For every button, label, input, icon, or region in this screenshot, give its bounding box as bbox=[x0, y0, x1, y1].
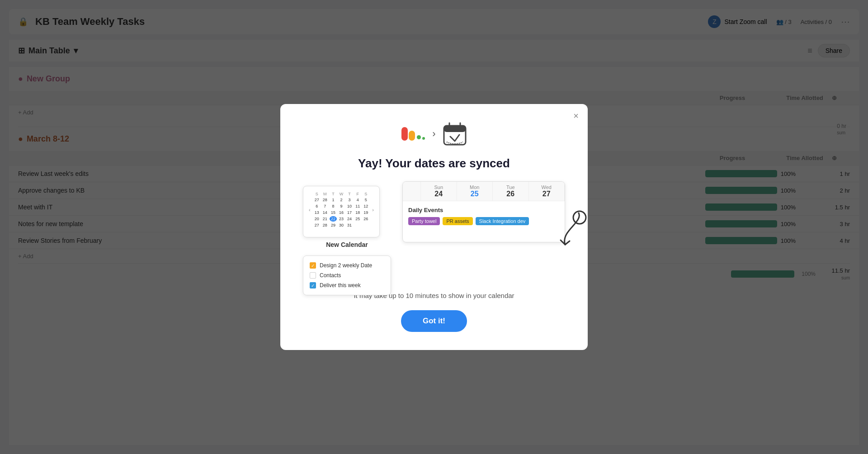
cal-day: 6 bbox=[313, 203, 321, 209]
cal-day: 4 bbox=[354, 197, 361, 203]
sync-success-modal: × › bbox=[280, 104, 588, 350]
mini-calendar-grid: S M T W T F S 27 28 1 2 3 4 bbox=[313, 192, 370, 228]
cal-day: 13 bbox=[313, 210, 321, 215]
cal-day: 19 bbox=[362, 210, 369, 215]
cal-day: 1 bbox=[330, 197, 337, 203]
cal-day: 23 bbox=[338, 216, 345, 222]
cal-day: 30 bbox=[338, 222, 345, 228]
checklist-item-1: ✓ Design 2 weekly Date bbox=[310, 260, 384, 270]
time-col-header bbox=[403, 182, 421, 201]
week-header: Sun 24 Mon 25 Tue 26 Wed bbox=[403, 182, 565, 201]
modal-close-button[interactable]: × bbox=[573, 111, 579, 120]
event-label: Party towel bbox=[412, 218, 436, 224]
calendar-svg-icon bbox=[443, 122, 467, 146]
cal-day: 28 bbox=[321, 197, 329, 203]
cal-day: 3 bbox=[346, 197, 353, 203]
cal-day: 8 bbox=[330, 203, 337, 209]
cal-day: 17 bbox=[346, 210, 353, 215]
cal-day: 29 bbox=[330, 222, 337, 228]
logo-bar-red bbox=[401, 127, 408, 141]
checkbox-2 bbox=[310, 272, 316, 279]
wed-label: Wed bbox=[531, 184, 563, 190]
events-container: Party towel PR assets Slack Integration … bbox=[408, 217, 559, 225]
sun-label: Sun bbox=[423, 184, 455, 190]
checklist-preview: ✓ Design 2 weekly Date Contacts ✓ Delive… bbox=[303, 255, 391, 295]
cal-header-m: M bbox=[321, 192, 329, 196]
cal-day: 7 bbox=[321, 203, 329, 209]
cal-day: 10 bbox=[346, 203, 353, 209]
cal-header-f: F bbox=[354, 192, 361, 196]
cal-day: 9 bbox=[338, 203, 345, 209]
cal-header-s: S bbox=[313, 192, 321, 196]
cal-day: 24 bbox=[346, 216, 353, 222]
svg-rect-1 bbox=[444, 126, 466, 132]
cal-header-s2: S bbox=[362, 192, 369, 196]
tue-number: 26 bbox=[495, 190, 527, 198]
checkbox-3: ✓ bbox=[310, 282, 316, 288]
modal-logo-row: › bbox=[401, 122, 466, 146]
arrow-doodle bbox=[552, 208, 588, 251]
modal-illustration: ‹ S M T W T F S 27 28 1 2 bbox=[303, 181, 565, 281]
cal-header-w: W bbox=[338, 192, 345, 196]
mini-calendar-preview: ‹ S M T W T F S 27 28 1 2 bbox=[303, 186, 380, 237]
cal-header-t: T bbox=[330, 192, 337, 196]
checklist-text-2: Contacts bbox=[320, 272, 341, 279]
wed-header: Wed 27 bbox=[529, 182, 565, 201]
cal-day: 27 bbox=[313, 222, 321, 228]
sync-arrow-icon: › bbox=[432, 128, 435, 140]
event-chip-slack: Slack Integration dev bbox=[476, 217, 529, 225]
cal-day: 12 bbox=[362, 203, 369, 209]
cal-day: 26 bbox=[362, 216, 369, 222]
event-label: PR assets bbox=[446, 218, 469, 224]
checklist-item-2: Contacts bbox=[310, 270, 384, 280]
cal-day: 16 bbox=[338, 210, 345, 215]
mon-label: Mon bbox=[459, 184, 491, 190]
modal-overlay: × › bbox=[0, 0, 868, 454]
mon-header: Mon 25 bbox=[457, 182, 493, 201]
weekly-cal-wrapper: Sun 24 Mon 25 Tue 26 Wed bbox=[402, 181, 565, 242]
left-illustration: ‹ S M T W T F S 27 28 1 2 bbox=[303, 186, 391, 295]
checklist-text-1: Design 2 weekly Date bbox=[320, 262, 372, 269]
cal-day: 25 bbox=[354, 216, 361, 222]
event-chip-party-towel: Party towel bbox=[408, 217, 440, 225]
cal-day: 5 bbox=[362, 197, 369, 203]
logo-dot-2 bbox=[422, 137, 425, 140]
mon-number: 25 bbox=[459, 190, 491, 198]
checklist-item-3: ✓ Deliver this week bbox=[310, 280, 384, 290]
cal-day: 21 bbox=[321, 216, 329, 222]
logo-bar-orange bbox=[409, 131, 415, 141]
event-label: Slack Integration dev bbox=[479, 218, 526, 224]
new-calendar-label: New Calendar bbox=[303, 241, 391, 248]
cal-nav: ‹ S M T W T F S 27 28 1 2 bbox=[309, 192, 374, 228]
cal-day-today: 22 bbox=[330, 216, 337, 222]
cal-day: 20 bbox=[313, 216, 321, 222]
cal-day: 14 bbox=[321, 210, 329, 215]
cal-day: 28 bbox=[321, 222, 329, 228]
tue-header: Tue 26 bbox=[493, 182, 529, 201]
got-it-button[interactable]: Got it! bbox=[401, 310, 467, 332]
weekly-cal-body: Daily Events Party towel PR assets Slack… bbox=[403, 201, 565, 242]
sun-number: 24 bbox=[423, 190, 455, 198]
cal-day: 15 bbox=[330, 210, 337, 215]
logo-dots bbox=[417, 135, 425, 141]
logo-dot-1 bbox=[417, 135, 421, 139]
cal-day: 11 bbox=[354, 203, 361, 209]
modal-title: Yay! Your dates are synced bbox=[358, 156, 510, 170]
sun-header: Sun 24 bbox=[421, 182, 457, 201]
checklist-text-3: Deliver this week bbox=[320, 282, 361, 288]
event-chip-pr-assets: PR assets bbox=[443, 217, 472, 225]
cal-header-t2: T bbox=[346, 192, 353, 196]
checkbox-1: ✓ bbox=[310, 262, 316, 269]
monday-logo bbox=[401, 127, 425, 141]
wed-number: 27 bbox=[531, 190, 563, 198]
weekly-calendar: Sun 24 Mon 25 Tue 26 Wed bbox=[402, 181, 565, 242]
doodle-arrow-svg bbox=[552, 208, 588, 249]
tue-label: Tue bbox=[495, 184, 527, 190]
daily-events-label: Daily Events bbox=[408, 207, 559, 213]
cal-day: 2 bbox=[338, 197, 345, 203]
cal-day: 27 bbox=[313, 197, 321, 203]
cal-day: 31 bbox=[346, 222, 353, 228]
cal-day: 18 bbox=[354, 210, 361, 215]
